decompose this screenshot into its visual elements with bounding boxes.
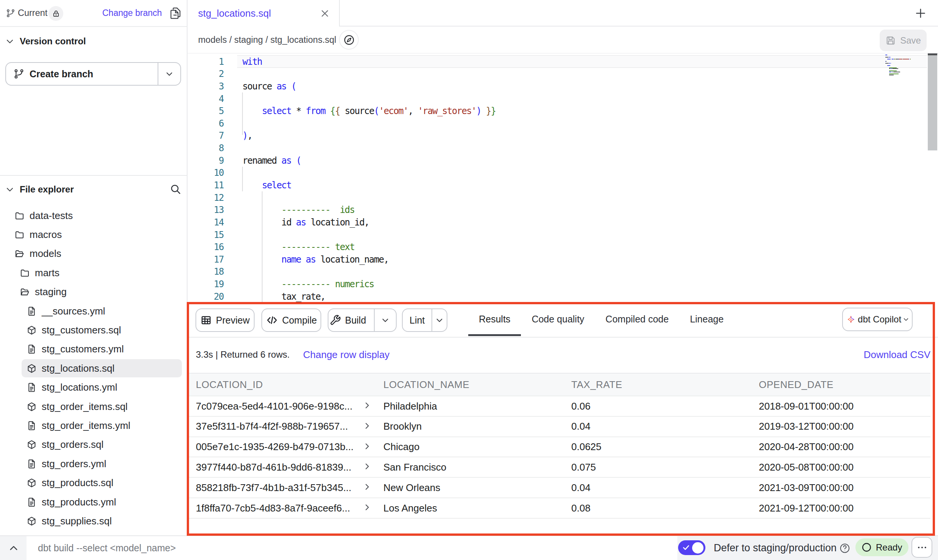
results-tab-lineage[interactable]: Lineage [679,302,734,336]
minimap-line [889,63,890,64]
expand-cell-icon[interactable] [363,503,372,512]
table-row-6[interactable]: 1f8ffa70-7cb5-4d83-8a7f-9aceef6...Los An… [188,498,930,519]
table-row-4[interactable]: 3977f440-b87d-461b-9dd6-81839...San Fran… [188,457,930,478]
scrollbar-track[interactable] [928,55,937,150]
change-row-display-link[interactable]: Change row display [303,338,389,372]
column-header-location_id[interactable]: LOCATION_ID [196,374,263,396]
version-control-header[interactable]: Version control [0,33,187,50]
results-tab-code-quality[interactable]: Code quality [521,302,595,336]
file-tree-item-stg-order-items-sql[interactable]: stg_order_items.sql [0,397,187,416]
table-row-5[interactable]: 858218fb-73f7-4b1b-a31f-57b345...New Orl… [188,478,930,498]
line-number: 16 [188,241,224,253]
file-tree-item-staging[interactable]: staging [0,283,187,302]
save-button[interactable]: Save [880,30,927,51]
file-tree-item-macros[interactable]: macros [0,225,187,244]
minimap-line [887,59,890,59]
column-header-opened_date[interactable]: OPENED_DATE [759,374,833,396]
download-csv-link[interactable]: Download CSV [864,338,930,372]
table-icon [200,314,212,326]
more-options-button[interactable] [911,537,932,558]
tab-stg-locations-sql[interactable]: stg_locations.sql [188,0,340,27]
new-tab-icon[interactable] [914,7,927,20]
cell-opened_date: 2020-04-28T00:00:00 [759,437,854,457]
tab-label: Results [479,314,510,325]
minimap-line [891,59,891,59]
minimap-line [889,75,894,75]
table-row-3[interactable]: 005e7e1c-1935-4269-b479-0713b...Chicago0… [188,437,930,458]
file-tree-item-stg-customers-sql[interactable]: stg_customers.sql [0,321,187,339]
file-tree-item-data-tests[interactable]: data-tests [0,206,187,225]
minimap-line [896,59,899,59]
dbt-copilot-button[interactable]: dbt Copilot [842,308,913,331]
lint-main[interactable]: Lint [403,309,431,331]
help-icon[interactable] [839,543,850,554]
expand-cell-icon[interactable] [363,462,372,471]
code-line-5: select * from {{ source('ecom', 'raw_sto… [242,105,496,117]
branch-lock-badge [48,6,63,21]
file-tree-item-stg-supplies-sql[interactable]: stg_supplies.sql [0,512,187,530]
table-row-2[interactable]: 37e5f311-b7f4-4f2f-988b-719657...Brookly… [188,417,930,437]
file-tree-item--sources-yml[interactable]: __sources.yml [0,302,187,321]
search-icon[interactable] [169,183,182,196]
file-tree-item-stg-orders-yml[interactable]: stg_orders.yml [0,454,187,473]
chevron-down-icon [165,70,174,78]
file-tree-item-stg-order-items-yml[interactable]: stg_order_items.yml [0,416,187,435]
line-number: 9 [188,155,224,167]
results-tab-compiled-code[interactable]: Compiled code [595,302,679,336]
code-icon [266,314,278,326]
chevron-down-icon [435,316,444,324]
code-line-16: ---------- text [242,241,355,253]
save-icon [885,35,896,46]
cell-location_id: 858218fb-73f7-4b1b-a31f-57b345... [196,478,352,497]
file-tree-item-stg-orders-sql[interactable]: stg_orders.sql [0,435,187,454]
defer-toggle[interactable] [678,540,705,555]
file-tree-item-models[interactable]: models [0,244,187,263]
file-tree-item-stg-products-yml[interactable]: stg_products.yml [0,493,187,512]
line-number: 6 [188,117,224,130]
cell-location_name: San Francisco [383,457,446,477]
lint-label: Lint [410,315,425,326]
code-line-13: ---------- ids [242,204,355,216]
cell-location_name: Philadelphia [383,396,437,416]
build-caret[interactable] [374,309,396,331]
file-explorer-header[interactable]: File explorer [0,181,187,198]
expand-cell-icon[interactable] [363,482,372,491]
cell-opened_date: 2021-03-09T00:00:00 [759,478,854,497]
file-name: stg_customers.yml [42,343,124,355]
preview-button[interactable]: Preview [195,308,255,332]
results-tab-results[interactable]: Results [468,302,521,336]
file-icon [27,306,37,316]
close-tab-icon[interactable] [320,8,330,19]
line-number: 13 [188,204,224,216]
minimap-line [889,72,891,72]
build-main[interactable]: Build [328,309,374,331]
create-branch-caret[interactable] [158,63,180,85]
model-icon [27,363,37,374]
git-branch-icon [6,9,15,18]
lint-button: Lint [402,308,447,332]
file-tree-item-stg-products-sql[interactable]: stg_products.sql [0,474,187,493]
file-tree-item-stg-customers-yml[interactable]: stg_customers.yml [0,340,187,359]
create-branch-main[interactable]: Create branch [6,63,158,85]
cell-location_id: 7c079cea-5ed4-4101-906e-9198c... [196,396,352,416]
file-tree-item-stg-locations-yml[interactable]: stg_locations.yml [0,378,187,397]
expand-cell-icon[interactable] [363,442,372,451]
lint-caret[interactable] [431,309,447,331]
column-header-location_name[interactable]: LOCATION_NAME [383,374,469,396]
table-row-1[interactable]: 7c079cea-5ed4-4101-906e-9198c...Philadel… [188,396,930,417]
chevron-up-icon[interactable] [8,543,19,554]
code-editor[interactable]: 1with23source as (45 select * from {{ so… [188,53,928,302]
file-tree-item-marts[interactable]: marts [0,263,187,282]
column-header-tax_rate[interactable]: TAX_RATE [571,374,622,396]
compass-button[interactable] [340,31,358,49]
change-branch-link[interactable]: Change branch [102,0,162,26]
copy-branch-icon[interactable] [169,7,182,20]
file-name: stg_orders.sql [42,439,103,451]
cell-location_id: 005e7e1c-1935-4269-b479-0713b... [196,437,353,457]
toggle-knob [692,542,704,554]
expand-cell-icon[interactable] [363,401,372,410]
expand-cell-icon[interactable] [363,421,372,430]
file-tree-item-stg-locations-sql[interactable]: stg_locations.sql [0,359,187,378]
compile-button[interactable]: Compile [261,308,321,332]
command-input[interactable]: dbt build --select <model_name> [27,536,677,560]
